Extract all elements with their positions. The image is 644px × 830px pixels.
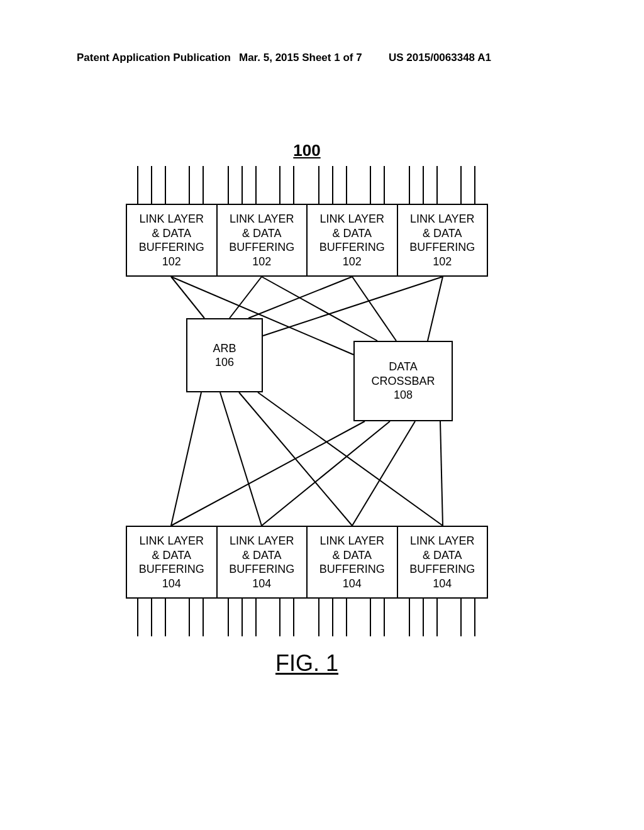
arbiter-block: ARB 106 [186,318,263,392]
svg-line-14 [352,421,415,526]
header-date-sheet: Mar. 5, 2015 Sheet 1 of 7 [239,52,362,64]
svg-line-12 [171,421,365,526]
svg-line-0 [171,277,204,318]
block-label: CROSSBAR [371,374,435,389]
svg-line-5 [262,277,377,341]
svg-line-7 [428,277,443,341]
block-label: ARB [213,341,236,356]
svg-line-15 [440,421,443,526]
block-ref-num: 106 [215,355,234,370]
data-crossbar-block: DATA CROSSBAR 108 [353,341,453,421]
svg-line-1 [230,277,262,318]
svg-line-8 [171,392,201,526]
page: Patent Application Publication Mar. 5, 2… [0,0,644,830]
header-pub-number: US 2015/0063348 A1 [389,52,491,64]
header-pub-type: Patent Application Publication [77,52,231,64]
figure-area: 100 LINK LAYER & DATA BUFFERING 102 LINK… [126,141,488,663]
block-label: DATA [389,360,417,374]
block-ref-num: 108 [394,388,413,402]
